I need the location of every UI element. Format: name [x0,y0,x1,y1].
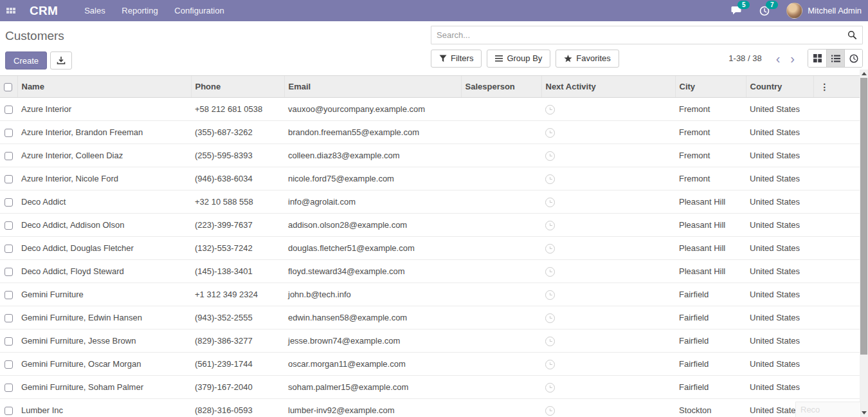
row-checkbox[interactable] [5,360,13,369]
cell-salesperson[interactable] [461,214,541,237]
create-button[interactable]: Create [5,51,47,70]
cell-next-activity[interactable] [541,237,675,260]
column-header-name[interactable]: Name [17,76,191,98]
cell-salesperson[interactable] [461,306,541,329]
cell-name[interactable]: Azure Interior, Nicole Ford [17,167,191,190]
cell-next-activity[interactable] [541,306,675,329]
table-row[interactable]: Azure Interior, Colleen Diaz (255)-595-8… [0,144,860,167]
filters-button[interactable]: Filters [431,50,482,68]
optional-columns-button[interactable]: ⋮ [818,82,832,92]
cell-phone[interactable]: +58 212 681 0538 [191,98,284,121]
next-activity-clock-icon[interactable] [545,151,555,161]
cell-phone[interactable]: +32 10 588 558 [191,190,284,214]
cell-next-activity[interactable] [541,329,675,353]
cell-salesperson[interactable] [461,376,541,399]
cell-email[interactable]: nicole.ford75@example.com [284,167,461,190]
table-row[interactable]: Deco Addict, Floyd Steward (145)-138-340… [0,260,860,283]
cell-salesperson[interactable] [461,98,541,121]
cell-name[interactable]: Lumber Inc [17,399,191,417]
pager-next-button[interactable]: › [785,52,800,65]
cell-city[interactable]: Fremont [675,167,746,190]
cell-city[interactable]: Pleasant Hill [675,260,746,283]
next-activity-clock-icon[interactable] [545,313,555,323]
cell-salesperson[interactable] [461,190,541,214]
cell-email[interactable]: oscar.morgan11@example.com [284,353,461,376]
cell-phone[interactable]: (255)-595-8393 [191,144,284,167]
table-row[interactable]: Azure Interior, Nicole Ford (946)-638-60… [0,167,860,190]
cell-city[interactable]: Fairfield [675,376,746,399]
column-header-phone[interactable]: Phone [191,76,284,98]
row-checkbox[interactable] [5,268,13,276]
cell-email[interactable]: vauxoo@yourcompany.example.com [284,98,461,121]
cell-name[interactable]: Azure Interior, Brandon Freeman [17,121,191,144]
cell-country[interactable]: United States [746,144,813,167]
table-row[interactable]: Deco Addict, Douglas Fletcher (132)-553-… [0,237,860,260]
group-by-button[interactable]: Group By [487,50,550,68]
row-checkbox[interactable] [5,314,13,322]
cell-phone[interactable]: (943)-352-2555 [191,306,284,329]
cell-phone[interactable]: (946)-638-6034 [191,167,284,190]
cell-city[interactable]: Fairfield [675,283,746,306]
cell-email[interactable]: douglas.fletcher51@example.com [284,237,461,260]
cell-next-activity[interactable] [541,167,675,190]
cell-salesperson[interactable] [461,329,541,353]
cell-city[interactable]: Pleasant Hill [675,190,746,214]
cell-next-activity[interactable] [541,214,675,237]
next-activity-clock-icon[interactable] [545,221,555,230]
cell-salesperson[interactable] [461,283,541,306]
cell-salesperson[interactable] [461,167,541,190]
cell-next-activity[interactable] [541,98,675,121]
next-activity-clock-icon[interactable] [545,128,555,138]
activities-menu[interactable]: 7 [759,6,770,16]
next-activity-clock-icon[interactable] [545,290,555,300]
column-header-country[interactable]: Country [746,76,813,98]
menu-sales[interactable]: Sales [77,0,113,21]
cell-phone[interactable]: +1 312 349 2324 [191,283,284,306]
list-view-button[interactable] [826,50,844,67]
favorites-button[interactable]: Favorites [556,50,619,68]
cell-city[interactable]: Fairfield [675,353,746,376]
cell-next-activity[interactable] [541,260,675,283]
cell-salesperson[interactable] [461,353,541,376]
cell-country[interactable]: United States [746,214,813,237]
kanban-view-button[interactable] [808,50,826,67]
cell-city[interactable]: Pleasant Hill [675,237,746,260]
cell-name[interactable]: Deco Addict, Douglas Fletcher [17,237,191,260]
cell-name[interactable]: Azure Interior, Colleen Diaz [17,144,191,167]
cell-country[interactable]: United States [746,121,813,144]
cell-next-activity[interactable] [541,144,675,167]
cell-country[interactable]: United States [746,306,813,329]
cell-email[interactable]: john.b@tech.info [284,283,461,306]
table-row[interactable]: Deco Addict +32 10 588 558 info@agrolait… [0,190,860,214]
apps-menu-icon[interactable] [6,8,15,14]
search-input[interactable] [437,30,847,40]
cell-phone[interactable]: (223)-399-7637 [191,214,284,237]
cell-email[interactable]: soham.palmer15@example.com [284,376,461,399]
cell-city[interactable]: Fremont [675,144,746,167]
cell-country[interactable]: United States [746,167,813,190]
messages-menu[interactable]: 5 [731,6,743,15]
cell-email[interactable]: addison.olson28@example.com [284,214,461,237]
cell-phone[interactable]: (132)-553-7242 [191,237,284,260]
scroll-up-arrow[interactable] [860,70,868,78]
cell-salesperson[interactable] [461,144,541,167]
cell-phone[interactable]: (828)-316-0593 [191,399,284,417]
next-activity-clock-icon[interactable] [545,105,555,115]
scrollbar-thumb[interactable] [860,78,867,355]
select-all-checkbox[interactable] [4,83,12,91]
cell-city[interactable]: Fremont [675,98,746,121]
user-menu[interactable]: Mitchell Admin [786,3,862,19]
cell-email[interactable]: colleen.diaz83@example.com [284,144,461,167]
cell-name[interactable]: Gemini Furniture, Oscar Morgan [17,353,191,376]
cell-name[interactable]: Azure Interior [17,98,191,121]
cell-next-activity[interactable] [541,121,675,144]
table-row[interactable]: Gemini Furniture +1 312 349 2324 john.b@… [0,283,860,306]
cell-name[interactable]: Gemini Furniture [17,283,191,306]
cell-city[interactable]: Stockton [675,399,746,417]
cell-city[interactable]: Fairfield [675,306,746,329]
column-header-email[interactable]: Email [284,76,461,98]
row-checkbox[interactable] [5,106,13,114]
table-row[interactable]: Azure Interior +58 212 681 0538 vauxoo@y… [0,98,860,121]
row-checkbox[interactable] [5,129,13,137]
next-activity-clock-icon[interactable] [545,337,555,346]
